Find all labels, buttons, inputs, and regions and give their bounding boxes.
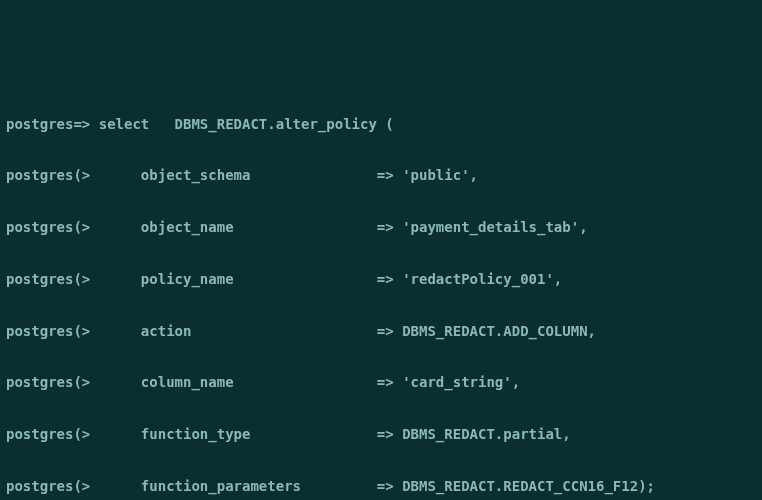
- terminal-line: postgres(> function_parameters => DBMS_R…: [6, 474, 756, 500]
- terminal-line: postgres=> select DBMS_REDACT.alter_poli…: [6, 112, 756, 138]
- terminal-line: postgres(> policy_name => 'redactPolicy_…: [6, 267, 756, 293]
- terminal-line: postgres(> column_name => 'card_string',: [6, 370, 756, 396]
- terminal-line: postgres(> object_name => 'payment_detai…: [6, 215, 756, 241]
- terminal-line: postgres(> object_schema => 'public',: [6, 163, 756, 189]
- terminal-line: postgres(> function_type => DBMS_REDACT.…: [6, 422, 756, 448]
- terminal-line: postgres(> action => DBMS_REDACT.ADD_COL…: [6, 319, 756, 345]
